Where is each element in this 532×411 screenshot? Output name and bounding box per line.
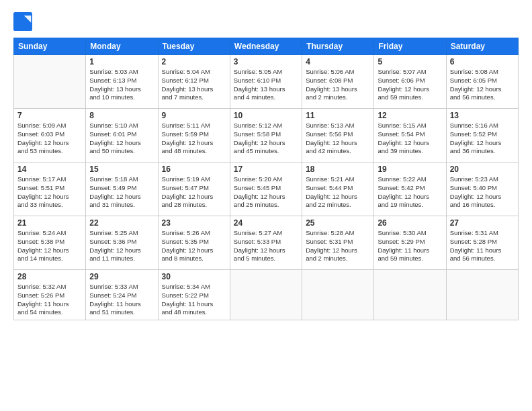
- day-number: 30: [162, 272, 226, 281]
- day-detail: Sunrise: 5:32 AM Sunset: 5:26 PM Dayligh…: [17, 283, 82, 317]
- day-detail: Sunrise: 5:13 AM Sunset: 5:56 PM Dayligh…: [306, 122, 370, 156]
- day-detail: Sunrise: 5:08 AM Sunset: 6:05 PM Dayligh…: [450, 68, 515, 102]
- day-number: 11: [306, 111, 370, 120]
- day-number: 25: [306, 218, 370, 228]
- day-detail: Sunrise: 5:05 AM Sunset: 6:10 PM Dayligh…: [234, 68, 298, 102]
- day-detail: Sunrise: 5:10 AM Sunset: 6:01 PM Dayligh…: [89, 122, 154, 156]
- calendar-cell: 3Sunrise: 5:05 AM Sunset: 6:10 PM Daylig…: [230, 55, 302, 109]
- day-number: 17: [234, 165, 298, 174]
- day-number: 4: [306, 57, 370, 66]
- calendar-weekday-wednesday: Wednesday: [230, 38, 302, 55]
- day-number: 9: [162, 111, 226, 120]
- calendar-cell: 16Sunrise: 5:19 AM Sunset: 5:47 PM Dayli…: [158, 163, 230, 216]
- day-number: 2: [162, 57, 226, 66]
- calendar-cell: 19Sunrise: 5:22 AM Sunset: 5:42 PM Dayli…: [374, 163, 446, 216]
- day-detail: Sunrise: 5:27 AM Sunset: 5:33 PM Dayligh…: [234, 229, 298, 263]
- calendar-cell: 29Sunrise: 5:33 AM Sunset: 5:24 PM Dayli…: [86, 270, 158, 320]
- day-number: 19: [378, 165, 442, 174]
- day-detail: Sunrise: 5:20 AM Sunset: 5:45 PM Dayligh…: [234, 175, 298, 210]
- day-number: 6: [450, 57, 515, 66]
- day-detail: Sunrise: 5:09 AM Sunset: 6:03 PM Dayligh…: [17, 122, 82, 156]
- day-number: 21: [17, 218, 82, 228]
- day-number: 18: [306, 165, 370, 174]
- day-number: 29: [89, 272, 154, 281]
- day-detail: Sunrise: 5:30 AM Sunset: 5:29 PM Dayligh…: [378, 229, 442, 263]
- day-detail: Sunrise: 5:22 AM Sunset: 5:42 PM Dayligh…: [378, 175, 442, 210]
- day-number: 1: [89, 57, 154, 66]
- calendar-weekday-saturday: Saturday: [446, 38, 518, 55]
- calendar-cell: [302, 270, 374, 320]
- calendar-cell: 18Sunrise: 5:21 AM Sunset: 5:44 PM Dayli…: [302, 163, 374, 216]
- day-detail: Sunrise: 5:24 AM Sunset: 5:38 PM Dayligh…: [17, 229, 82, 263]
- day-number: 12: [378, 111, 442, 120]
- calendar-cell: 4Sunrise: 5:06 AM Sunset: 6:08 PM Daylig…: [302, 55, 374, 109]
- calendar-cell: 17Sunrise: 5:20 AM Sunset: 5:45 PM Dayli…: [230, 163, 302, 216]
- calendar-cell: [230, 270, 302, 320]
- day-detail: Sunrise: 5:31 AM Sunset: 5:28 PM Dayligh…: [450, 229, 515, 263]
- calendar-cell: 9Sunrise: 5:11 AM Sunset: 5:59 PM Daylig…: [158, 109, 230, 163]
- calendar-cell: 12Sunrise: 5:15 AM Sunset: 5:54 PM Dayli…: [374, 109, 446, 163]
- calendar-cell: [374, 270, 446, 320]
- calendar-cell: 27Sunrise: 5:31 AM Sunset: 5:28 PM Dayli…: [446, 216, 518, 270]
- calendar-cell: 15Sunrise: 5:18 AM Sunset: 5:49 PM Dayli…: [86, 163, 158, 216]
- day-number: 7: [17, 111, 82, 120]
- calendar-cell: 20Sunrise: 5:23 AM Sunset: 5:40 PM Dayli…: [446, 163, 518, 216]
- calendar-weekday-monday: Monday: [86, 38, 158, 55]
- calendar-cell: 13Sunrise: 5:16 AM Sunset: 5:52 PM Dayli…: [446, 109, 518, 163]
- day-detail: Sunrise: 5:18 AM Sunset: 5:49 PM Dayligh…: [89, 175, 154, 210]
- day-number: 13: [450, 111, 515, 120]
- calendar-cell: 1Sunrise: 5:03 AM Sunset: 6:13 PM Daylig…: [86, 55, 158, 109]
- day-number: 24: [234, 218, 298, 228]
- calendar-cell: 10Sunrise: 5:12 AM Sunset: 5:58 PM Dayli…: [230, 109, 302, 163]
- day-number: 28: [17, 272, 82, 281]
- day-detail: Sunrise: 5:06 AM Sunset: 6:08 PM Dayligh…: [306, 68, 370, 102]
- calendar-cell: 6Sunrise: 5:08 AM Sunset: 6:05 PM Daylig…: [446, 55, 518, 109]
- day-detail: Sunrise: 5:17 AM Sunset: 5:51 PM Dayligh…: [17, 175, 82, 210]
- calendar-cell: 7Sunrise: 5:09 AM Sunset: 6:03 PM Daylig…: [14, 109, 86, 163]
- day-number: 15: [89, 165, 154, 174]
- logo-icon: [13, 12, 32, 31]
- calendar-cell: 14Sunrise: 5:17 AM Sunset: 5:51 PM Dayli…: [14, 163, 86, 216]
- calendar-cell: 30Sunrise: 5:34 AM Sunset: 5:22 PM Dayli…: [158, 270, 230, 320]
- day-detail: Sunrise: 5:11 AM Sunset: 5:59 PM Dayligh…: [162, 122, 226, 156]
- day-detail: Sunrise: 5:16 AM Sunset: 5:52 PM Dayligh…: [450, 122, 515, 156]
- day-detail: Sunrise: 5:21 AM Sunset: 5:44 PM Dayligh…: [306, 175, 370, 210]
- day-detail: Sunrise: 5:23 AM Sunset: 5:40 PM Dayligh…: [450, 175, 515, 210]
- day-number: 8: [89, 111, 154, 120]
- day-detail: Sunrise: 5:34 AM Sunset: 5:22 PM Dayligh…: [162, 283, 226, 317]
- day-detail: Sunrise: 5:12 AM Sunset: 5:58 PM Dayligh…: [234, 122, 298, 156]
- day-number: 26: [378, 218, 442, 228]
- calendar-weekday-sunday: Sunday: [14, 38, 86, 55]
- calendar-cell: 24Sunrise: 5:27 AM Sunset: 5:33 PM Dayli…: [230, 216, 302, 270]
- calendar-weekday-tuesday: Tuesday: [158, 38, 230, 55]
- day-detail: Sunrise: 5:07 AM Sunset: 6:06 PM Dayligh…: [378, 68, 442, 102]
- day-detail: Sunrise: 5:04 AM Sunset: 6:12 PM Dayligh…: [162, 68, 226, 102]
- day-detail: Sunrise: 5:03 AM Sunset: 6:13 PM Dayligh…: [89, 68, 154, 102]
- day-detail: Sunrise: 5:33 AM Sunset: 5:24 PM Dayligh…: [89, 283, 154, 317]
- calendar-weekday-thursday: Thursday: [302, 38, 374, 55]
- calendar-weekday-friday: Friday: [374, 38, 446, 55]
- calendar-cell: 8Sunrise: 5:10 AM Sunset: 6:01 PM Daylig…: [86, 109, 158, 163]
- day-detail: Sunrise: 5:15 AM Sunset: 5:54 PM Dayligh…: [378, 122, 442, 156]
- calendar-cell: 26Sunrise: 5:30 AM Sunset: 5:29 PM Dayli…: [374, 216, 446, 270]
- day-number: 27: [450, 218, 515, 228]
- calendar-cell: [446, 270, 518, 320]
- day-number: 16: [162, 165, 226, 174]
- calendar-cell: [14, 55, 86, 109]
- calendar-cell: 21Sunrise: 5:24 AM Sunset: 5:38 PM Dayli…: [14, 216, 86, 270]
- day-number: 20: [450, 165, 515, 174]
- day-number: 5: [378, 57, 442, 66]
- day-detail: Sunrise: 5:28 AM Sunset: 5:31 PM Dayligh…: [306, 229, 370, 263]
- day-number: 23: [162, 218, 226, 228]
- calendar-cell: 2Sunrise: 5:04 AM Sunset: 6:12 PM Daylig…: [158, 55, 230, 109]
- day-detail: Sunrise: 5:25 AM Sunset: 5:36 PM Dayligh…: [89, 229, 154, 263]
- calendar-cell: 11Sunrise: 5:13 AM Sunset: 5:56 PM Dayli…: [302, 109, 374, 163]
- calendar-cell: 22Sunrise: 5:25 AM Sunset: 5:36 PM Dayli…: [86, 216, 158, 270]
- day-number: 22: [89, 218, 154, 228]
- calendar-cell: 28Sunrise: 5:32 AM Sunset: 5:26 PM Dayli…: [14, 270, 86, 320]
- svg-rect-0: [13, 12, 32, 31]
- calendar-header-row: SundayMondayTuesdayWednesdayThursdayFrid…: [14, 38, 519, 55]
- day-number: 3: [234, 57, 298, 66]
- day-detail: Sunrise: 5:26 AM Sunset: 5:35 PM Dayligh…: [162, 229, 226, 263]
- page-header: [13, 12, 519, 31]
